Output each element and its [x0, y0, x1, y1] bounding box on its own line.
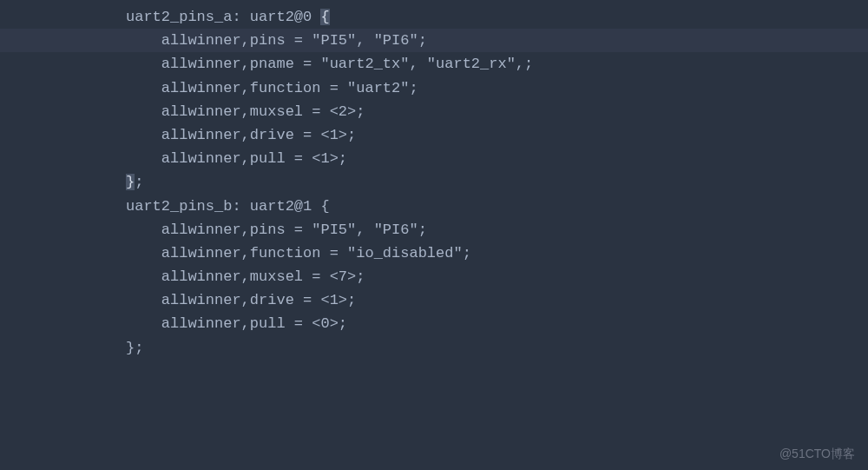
code-line-3: allwinner,pname = "uart2_tx", "uart2_rx"… [0, 52, 868, 76]
code-line-13: allwinner,muxsel = <7>; [0, 265, 868, 288]
code-line-4: allwinner,function = "uart2"; [0, 76, 868, 100]
label-declaration: uart2_pins_a: uart2@0 [126, 9, 320, 25]
close-brace-highlight: } [126, 174, 135, 190]
code-line-15: allwinner,pull = <0>; [0, 312, 868, 335]
code-line-2-highlighted: allwinner,pins = "PI5", "PI6"; [0, 29, 868, 52]
code-line-5: allwinner,muxsel = <2>; [0, 100, 868, 123]
open-brace-highlight: { [320, 9, 329, 25]
code-line-8: }; [0, 170, 868, 194]
code-line-1: uart2_pins_a: uart2@0 { [0, 5, 868, 29]
code-line-16: }; [0, 336, 868, 360]
watermark-text: @51CTO博客 [779, 444, 855, 463]
code-line-12: allwinner,function = "io_disabled"; [0, 242, 868, 265]
code-line-10: uart2_pins_b: uart2@1 { [0, 195, 868, 218]
code-line-11: allwinner,pins = "PI5", "PI6"; [0, 218, 868, 242]
code-line-6: allwinner,drive = <1>; [0, 123, 868, 147]
code-editor: uart2_pins_a: uart2@0 { allwinner,pins =… [0, 0, 868, 360]
code-line-7: allwinner,pull = <1>; [0, 147, 868, 170]
code-line-14: allwinner,drive = <1>; [0, 288, 868, 312]
